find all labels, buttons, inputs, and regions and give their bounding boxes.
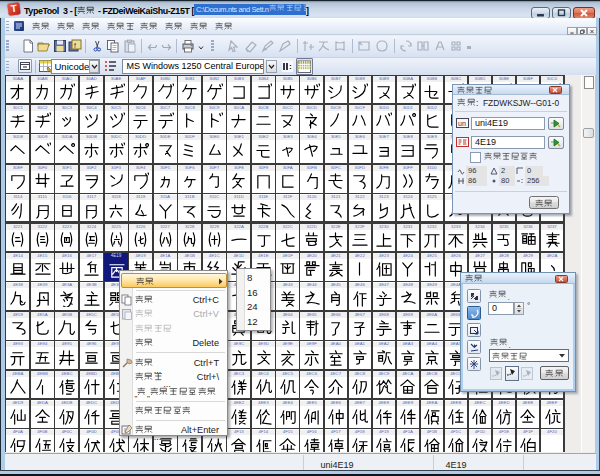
svg-text:un: un (458, 120, 466, 127)
svg-text:f: f (74, 42, 76, 49)
